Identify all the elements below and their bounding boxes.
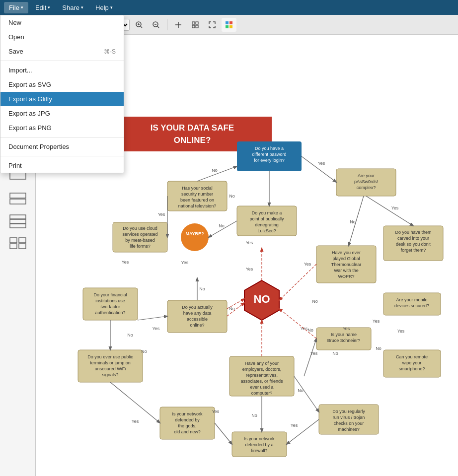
svg-text:defended by a: defended by a — [245, 442, 273, 447]
svg-text:Yes: Yes — [310, 351, 318, 356]
svg-rect-35 — [10, 238, 17, 243]
shape-small-rect-2[interactable] — [4, 189, 32, 208]
svg-rect-17 — [192, 25, 195, 28]
file-chevron-icon: ▾ — [21, 5, 23, 10]
zoom-in-btn[interactable] — [132, 18, 147, 32]
svg-text:Yes: Yes — [301, 326, 308, 331]
svg-text:the gods,: the gods, — [178, 423, 196, 428]
menu-share[interactable]: Share ▾ — [57, 2, 88, 13]
svg-text:Has your social: Has your social — [182, 186, 213, 191]
svg-text:Bruce Schneier?: Bruce Schneier? — [327, 338, 361, 343]
svg-text:carved into your: carved into your — [397, 236, 429, 241]
svg-text:been featured on: been featured on — [180, 198, 214, 203]
share-chevron-icon: ▾ — [81, 5, 83, 10]
svg-text:Thermonuclear: Thermonuclear — [331, 262, 362, 267]
svg-text:No: No — [376, 346, 382, 351]
toolbar-sep-3 — [167, 19, 167, 30]
dropdown-separator-3 — [0, 156, 124, 156]
menu-export-jpg[interactable]: Export as JPG — [0, 106, 124, 121]
svg-text:smartphone?: smartphone? — [399, 366, 425, 371]
svg-text:security number: security number — [181, 192, 213, 197]
svg-text:run virus / trojan: run virus / trojan — [333, 415, 365, 420]
menu-open[interactable]: Open — [0, 30, 124, 44]
svg-text:ever used a: ever used a — [250, 385, 273, 390]
svg-line-153 — [304, 339, 316, 376]
svg-text:No: No — [350, 219, 356, 224]
menu-export-png[interactable]: Export as PNG — [0, 121, 124, 135]
svg-text:Do you ever use public: Do you ever use public — [87, 354, 133, 359]
svg-text:services operated: services operated — [122, 232, 157, 237]
svg-rect-18 — [196, 25, 198, 28]
svg-rect-19 — [226, 21, 229, 24]
menu-file[interactable]: File ▾ — [4, 2, 28, 13]
svg-text:checks on your: checks on your — [334, 421, 364, 426]
menu-new[interactable]: New — [0, 15, 124, 30]
svg-text:associates, or friends: associates, or friends — [240, 379, 283, 384]
svg-rect-38 — [19, 244, 26, 249]
svg-text:national television?: national television? — [178, 204, 217, 208]
svg-text:Yes: Yes — [158, 212, 165, 217]
svg-text:Yes: Yes — [153, 326, 160, 331]
svg-text:Yes: Yes — [343, 326, 350, 331]
svg-text:online?: online? — [190, 323, 204, 328]
svg-text:devices secured?: devices secured? — [394, 303, 429, 308]
svg-rect-37 — [10, 244, 17, 249]
svg-text:Are your mobile: Are your mobile — [396, 297, 427, 302]
svg-text:desk so you don't: desk so you don't — [396, 242, 431, 247]
svg-text:IS YOUR DATA SAFE: IS YOUR DATA SAFE — [151, 123, 234, 133]
svg-text:firewall?: firewall? — [251, 448, 267, 453]
svg-text:Yes: Yes — [181, 260, 189, 265]
add-element-btn[interactable] — [171, 18, 186, 32]
svg-text:No: No — [219, 223, 225, 228]
svg-text:life forms?: life forms? — [130, 244, 151, 249]
svg-text:Yes: Yes — [318, 161, 325, 166]
svg-text:No: No — [199, 286, 205, 291]
zoom-out-btn[interactable] — [149, 18, 163, 32]
svg-rect-30 — [10, 193, 26, 198]
help-chevron-icon: ▾ — [110, 5, 113, 10]
svg-point-86 — [181, 223, 209, 251]
svg-text:have any data: have any data — [183, 311, 212, 316]
svg-rect-31 — [10, 199, 26, 204]
svg-text:Yes: Yes — [304, 262, 311, 267]
svg-text:pAsSw0rds!: pAsSw0rds! — [354, 179, 378, 184]
svg-text:wipe your: wipe your — [402, 360, 422, 365]
fullscreen-btn[interactable] — [205, 18, 220, 32]
svg-text:by meat-based: by meat-based — [125, 238, 155, 243]
svg-text:Do you regularly: Do you regularly — [332, 409, 365, 414]
menu-export-svg[interactable]: Export as SVG — [0, 77, 124, 92]
svg-text:ONLINE?: ONLINE? — [174, 136, 211, 145]
svg-text:No: No — [312, 299, 318, 304]
svg-text:No: No — [141, 349, 147, 354]
svg-text:for every login?: for every login? — [254, 158, 285, 163]
svg-text:institutions use: institutions use — [95, 298, 125, 303]
shape-small-rect-4[interactable] — [4, 234, 32, 254]
grid-btn[interactable] — [188, 18, 203, 32]
menu-import[interactable]: Import... — [0, 63, 124, 77]
menu-help[interactable]: Help ▾ — [90, 2, 118, 13]
file-dropdown-menu: New Open Save ⌘-S Import... Export as SV… — [0, 15, 124, 173]
svg-text:No: No — [229, 194, 235, 199]
svg-rect-16 — [196, 22, 198, 24]
menu-edit[interactable]: Edit ▾ — [30, 2, 55, 13]
menu-document-properties[interactable]: Document Properties — [0, 139, 124, 154]
svg-text:old and new?: old and new? — [174, 429, 201, 434]
svg-text:Do you make a: Do you make a — [252, 210, 282, 215]
menu-export-gliffy[interactable]: Export as Gliffy — [0, 92, 124, 106]
svg-text:Yes: Yes — [373, 319, 380, 324]
svg-text:No: No — [298, 388, 304, 393]
svg-text:accessible: accessible — [187, 317, 208, 322]
svg-text:unsecured WiFi: unsecured WiFi — [95, 366, 126, 371]
menu-save[interactable]: Save ⌘-S — [0, 44, 124, 59]
menu-print[interactable]: Print — [0, 158, 124, 173]
shape-small-rect-3[interactable] — [4, 211, 32, 231]
color-picker-btn[interactable] — [222, 18, 236, 32]
svg-text:WOPR?: WOPR? — [338, 274, 354, 279]
svg-text:forget them?: forget them? — [401, 248, 426, 253]
svg-text:Have you ever: Have you ever — [332, 250, 361, 255]
svg-text:LulzSec?: LulzSec? — [257, 228, 276, 233]
svg-text:Yes: Yes — [246, 267, 253, 272]
svg-text:Yes: Yes — [246, 240, 253, 245]
svg-text:Is your network: Is your network — [172, 411, 203, 416]
svg-line-149 — [138, 316, 167, 320]
